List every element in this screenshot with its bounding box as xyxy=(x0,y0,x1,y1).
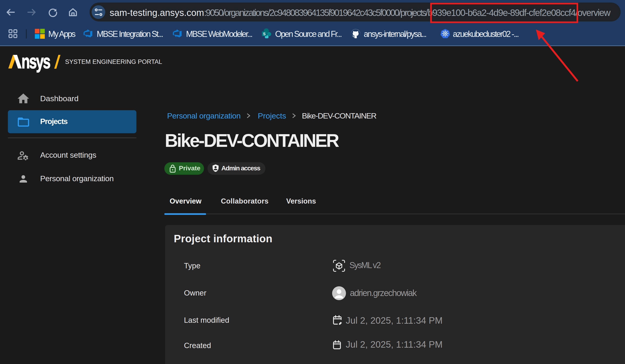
svg-text:S: S xyxy=(263,32,266,36)
